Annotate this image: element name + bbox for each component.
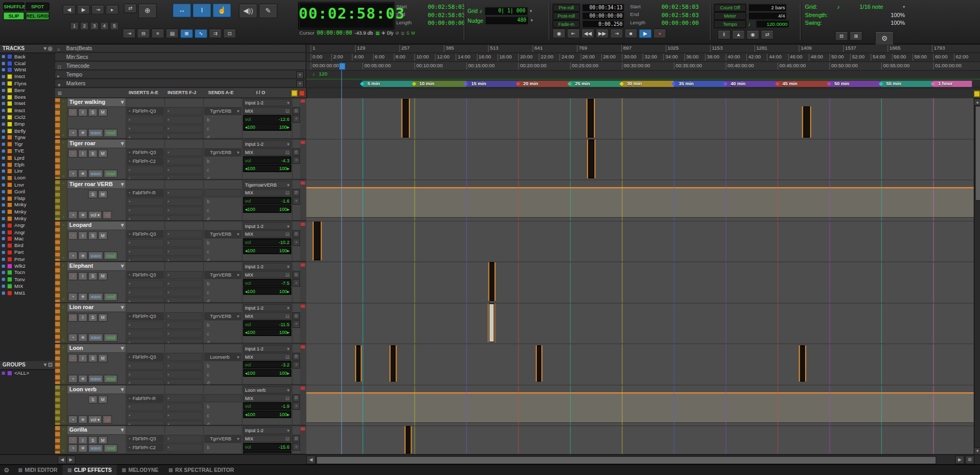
editor-tab[interactable]: ▥MELODYNE xyxy=(117,465,164,474)
record-safe-chip[interactable] xyxy=(299,90,305,96)
insert-slot[interactable]: FbFlrPr-Q3• xyxy=(127,353,164,361)
input-path-selector[interactable]: Input 1-2▾ xyxy=(243,345,291,353)
audio-clip[interactable] xyxy=(488,262,496,301)
track-lane[interactable] xyxy=(306,344,974,385)
insert-slot[interactable]: • xyxy=(166,297,202,302)
mute-status[interactable]: M xyxy=(411,29,415,35)
track-view-selector[interactable]: wave xyxy=(88,444,103,452)
playlist-icon[interactable]: ◦ xyxy=(63,181,65,185)
nudge-back-icon[interactable]: ◀ xyxy=(62,5,75,14)
elastic-audio-icon[interactable]: ✳ xyxy=(78,374,87,382)
insert-slot[interactable]: • xyxy=(166,288,202,297)
automation-mode-button[interactable]: read xyxy=(104,252,118,260)
grid2-value[interactable]: 1/16 note xyxy=(860,3,883,11)
reverb-audio-region[interactable] xyxy=(306,392,974,422)
insert-slot[interactable]: • xyxy=(166,206,202,214)
send-slot[interactable]: c xyxy=(204,206,241,214)
track-name-row[interactable]: Gorilla▾ xyxy=(68,426,126,435)
sidebar-track-item[interactable]: MIX xyxy=(0,283,55,289)
nudge-menu-icon[interactable]: ▾ xyxy=(531,18,533,23)
send-menu-icon[interactable]: ▾ xyxy=(237,271,240,278)
marker-diamond-icon[interactable]: ◆ xyxy=(412,80,416,87)
track-view-selector[interactable]: wave xyxy=(88,374,103,382)
track-lane[interactable] xyxy=(306,98,974,139)
playlist-icon[interactable]: ◦ xyxy=(63,99,65,103)
elastic-audio-icon[interactable]: ✳ xyxy=(78,129,87,137)
freeze-icon[interactable]: ▫ xyxy=(63,338,65,342)
io-meter-icon[interactable]: ⊡ xyxy=(293,271,301,279)
timebase-icon[interactable]: ◔ xyxy=(68,444,77,452)
main-counter-display[interactable]: 00:02:58:03 xyxy=(299,3,394,25)
timebase-icon[interactable]: ◔ xyxy=(68,252,77,260)
insert-slot[interactable]: • xyxy=(127,371,164,379)
elastic-audio-icon[interactable]: ✳ xyxy=(78,416,87,424)
send-slot[interactable]: b xyxy=(204,280,241,288)
input-path-selector[interactable]: TigerroarVERB▾ xyxy=(243,181,291,189)
audio-clip[interactable] xyxy=(355,345,362,381)
timebase-icon[interactable]: ◔ xyxy=(68,333,77,342)
insert-slot[interactable]: • xyxy=(127,288,164,297)
sidebar-track-item[interactable]: Mst1 xyxy=(0,289,55,296)
sidebar-track-item[interactable]: Tigr xyxy=(0,141,55,148)
marker-color-chip[interactable] xyxy=(291,90,297,96)
insert-slot[interactable]: • xyxy=(166,107,202,115)
insert-slot[interactable]: FabFlrPr-R• xyxy=(127,189,164,197)
output-path-selector[interactable]: MIX⊡ xyxy=(243,107,291,115)
volume-display[interactable]: vol-10.2 xyxy=(243,238,291,246)
marker-diamond-icon[interactable]: ◆ xyxy=(516,80,520,87)
stop-icon[interactable]: ■ xyxy=(624,29,637,38)
marker-label[interactable]: 30 min xyxy=(627,81,642,86)
input-path-selector[interactable]: Input 1-2▾ xyxy=(243,304,291,312)
sidebar-track-item[interactable]: Lprd xyxy=(0,155,55,161)
insert-slot[interactable]: • xyxy=(127,116,164,124)
insert-slot[interactable]: • xyxy=(166,320,202,329)
marker-label[interactable]: 10 min xyxy=(419,81,434,86)
grid-note-icon[interactable]: ♪ xyxy=(480,8,482,14)
output-assign-icon[interactable]: ⊡ xyxy=(286,148,290,155)
insert-slot[interactable]: • xyxy=(166,411,202,420)
output-assign-icon[interactable]: ⊡ xyxy=(286,394,290,401)
solo-button[interactable]: S xyxy=(88,190,98,198)
io-meter-icon[interactable]: ⊡ xyxy=(293,435,301,442)
sidebar-track-item[interactable]: Flyns xyxy=(0,80,55,87)
marker-label[interactable]: 5 min xyxy=(368,81,380,86)
sidebar-track-item[interactable]: Mnky xyxy=(0,202,55,208)
track-options-icon[interactable]: ▾ xyxy=(121,426,123,434)
no-input-status-icon[interactable]: ⊘ xyxy=(395,29,399,35)
play-cursor-icon[interactable]: ▸ xyxy=(106,5,119,14)
rewind-icon[interactable]: ◀◀ xyxy=(581,29,594,38)
input-path-selector[interactable]: Input 1-2▾ xyxy=(243,427,291,435)
elastic-audio-icon[interactable]: ✳ xyxy=(78,444,87,452)
insert-slot[interactable]: • xyxy=(127,125,164,133)
send-slot[interactable]: TgrrVERB▾ xyxy=(204,312,241,320)
input-monitor-button[interactable]: I xyxy=(78,231,87,239)
pencil-tool-icon[interactable]: ✎ xyxy=(259,4,277,18)
track-lane[interactable] xyxy=(306,262,974,303)
sidebar-track-item[interactable]: Linr xyxy=(0,168,55,175)
editor-tab[interactable]: ▥RX SPECTRAL EDITOR xyxy=(164,465,239,474)
audio-clip[interactable] xyxy=(389,345,397,381)
track-color-strip[interactable] xyxy=(55,262,60,302)
insert-slot[interactable]: FabFlrPr-R• xyxy=(127,394,164,402)
sidebar-track-item[interactable]: Elph xyxy=(0,161,55,168)
sidebar-track-item[interactable]: Part xyxy=(0,249,55,256)
insert-slot[interactable]: • xyxy=(166,189,202,197)
sidebar-track-item[interactable]: Tonv xyxy=(0,276,55,283)
io-meter-icon[interactable]: ⊡ xyxy=(293,312,301,319)
automation-mode-button[interactable]: rd xyxy=(103,210,112,219)
timebase-icon[interactable]: ◔ xyxy=(68,129,77,137)
insert-slot[interactable]: • xyxy=(166,116,202,124)
marker-diamond-icon[interactable]: ◆ xyxy=(620,80,624,87)
insert-slot[interactable]: • xyxy=(127,338,164,343)
insert-slot[interactable]: • xyxy=(166,165,202,174)
track-view-selector[interactable]: vol ▾ xyxy=(88,210,102,219)
add-send-icon[interactable]: + xyxy=(293,279,301,287)
elastic-audio-icon[interactable]: ✳ xyxy=(78,210,87,219)
audio-clip[interactable] xyxy=(799,345,807,381)
insert-slot[interactable]: • xyxy=(127,420,164,425)
scroll-right-icon[interactable]: ▶ xyxy=(66,455,75,464)
sidebar-track-item[interactable]: Inset xyxy=(0,100,55,107)
swing-value[interactable]: 100% xyxy=(891,20,905,28)
output-path-selector[interactable]: MIX⊡ xyxy=(243,271,291,279)
sidebar-track-item[interactable]: Prtvr xyxy=(0,256,55,263)
